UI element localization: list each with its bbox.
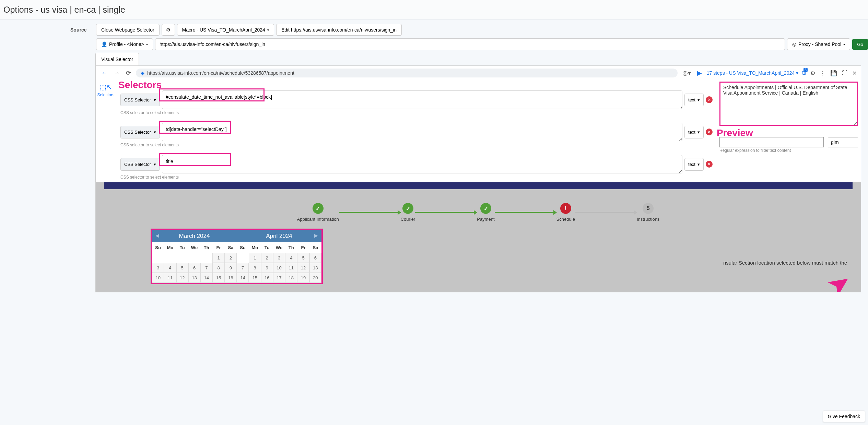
chevron-down-icon: ▾ [154, 162, 156, 167]
calendar-cell[interactable]: 1 [212, 253, 224, 263]
calendar-cell[interactable]: 12 [176, 273, 188, 283]
location-pin-icon[interactable]: ◎▾ [681, 68, 692, 78]
kebab-icon[interactable]: ⋮ [820, 70, 825, 76]
close-webpage-selector-button[interactable]: Close Webpage Selector [96, 24, 160, 36]
selector-type-dropdown[interactable]: CSS Selector ▾ [120, 126, 160, 138]
user-icon: 👤 [101, 41, 107, 47]
calendar-cell[interactable]: 5 [297, 253, 309, 263]
calendar-cell[interactable]: 14 [200, 273, 212, 283]
calendar-day-header: Su [237, 242, 249, 253]
calendar-cell[interactable]: 13 [188, 273, 200, 283]
calendar-cell[interactable]: 3 [152, 263, 164, 273]
devices-icon[interactable]: ⧉ 3 [802, 70, 806, 76]
play-icon[interactable]: ▶ [696, 68, 703, 78]
calendar-cell[interactable]: 16 [261, 273, 273, 283]
profile-dropdown[interactable]: 👤 Profile - <None> ▾ [96, 38, 153, 50]
macro-dropdown[interactable]: Macro - US Visa_TO_MarchApril_2024 ▾ [177, 24, 274, 36]
tab-visual-selector[interactable]: Visual Selector [95, 53, 139, 65]
check-icon: ✓ [402, 203, 413, 214]
calendar-cell[interactable]: 17 [273, 273, 285, 283]
selector-input-3[interactable]: title [162, 155, 682, 173]
calendar-cell[interactable]: 1 [249, 253, 261, 263]
step-courier: ✓ Courier [401, 203, 415, 222]
calendar-cell[interactable]: 15 [212, 273, 224, 283]
settings-gear-button[interactable]: ⚙ [162, 24, 175, 36]
calendar-next-icon[interactable]: ▶ [314, 233, 318, 238]
calendar-cell[interactable]: 6 [309, 253, 321, 263]
calendar-cell[interactable]: 8 [212, 263, 224, 273]
steps-dropdown[interactable]: 17 steps - US Visa_TO_MarchApril_2024 ▾ [707, 70, 798, 76]
calendar-cell[interactable]: 7 [200, 263, 212, 273]
calendar-cell[interactable]: 14 [237, 273, 249, 283]
regex-flags-input[interactable] [828, 137, 858, 147]
format-dropdown[interactable]: text ▾ [684, 126, 704, 138]
edit-url-button[interactable]: Edit https://ais.usvisa-info.com/en-ca/n… [276, 24, 402, 36]
remove-selector-button[interactable]: ✕ [706, 161, 713, 168]
calendar-cell[interactable]: 13 [309, 263, 321, 273]
calendar-cell[interactable]: 5 [176, 263, 188, 273]
selectors-tab-label[interactable]: Selectors [96, 93, 116, 97]
source-url-input[interactable] [155, 38, 785, 50]
calendar-cell[interactable]: 2 [225, 253, 237, 263]
calendar-cell[interactable]: 11 [285, 263, 297, 273]
selector-helper-1: CSS selector to select elements [120, 110, 713, 115]
back-icon[interactable]: ← [100, 68, 109, 78]
calendar-cell[interactable]: 16 [225, 273, 237, 283]
expand-icon[interactable]: ⛶ [842, 70, 847, 76]
format-dropdown[interactable]: text ▾ [684, 94, 704, 106]
annotation-selectors: Selectors [118, 80, 162, 90]
calendar-cell[interactable]: 2 [261, 253, 273, 263]
gear-icon: ⚙ [166, 27, 171, 33]
calendar-prev-icon[interactable]: ◀ [155, 233, 159, 238]
selector-type-dropdown[interactable]: CSS Selector ▾ [120, 158, 160, 171]
chevron-down-icon: ▾ [154, 97, 156, 102]
calendar-cell[interactable]: 11 [164, 273, 176, 283]
remove-selector-button[interactable]: ✕ [706, 129, 713, 135]
settings-icon[interactable]: ⚙ [810, 70, 815, 76]
forward-icon[interactable]: → [112, 68, 121, 78]
check-icon: ✓ [480, 203, 491, 214]
calendar-cell[interactable]: 10 [152, 273, 164, 283]
calendar-cell[interactable]: 7 [237, 263, 249, 273]
selector-input-1[interactable]: #consulate_date_time_not_available[style… [162, 90, 682, 109]
selector-cursor-icon[interactable]: ⬚↖ [96, 83, 116, 91]
calendar-cell [200, 253, 212, 263]
save-icon[interactable]: 💾 [830, 70, 837, 76]
calendar-cell[interactable]: 19 [297, 273, 309, 283]
selector-helper-3: CSS selector to select elements [120, 175, 713, 180]
selector-row-2: CSS Selector ▾ td[data-handler="selectDa… [120, 123, 713, 141]
calendar-cell[interactable]: 9 [261, 263, 273, 273]
chevron-down-icon: ▾ [697, 162, 700, 167]
step-connector [339, 212, 401, 213]
format-dropdown[interactable]: text ▾ [684, 158, 704, 171]
selector-input-2[interactable]: td[data-handler="selectDay"] [162, 123, 682, 141]
calendar-cell[interactable]: 12 [297, 263, 309, 273]
address-bar[interactable]: ◆ https://ais.usvisa-info.com/en-ca/niv/… [136, 69, 678, 77]
remove-selector-button[interactable]: ✕ [706, 96, 713, 103]
proxy-dropdown[interactable]: ◎ Proxy - Shared Pool ▾ [787, 38, 850, 50]
regex-input[interactable] [719, 137, 824, 147]
page-viewport[interactable]: ➤ ✓ Applicant Information ✓ Courier [96, 182, 861, 292]
calendar-cell[interactable]: 20 [309, 273, 321, 283]
calendar-cell[interactable]: 4 [164, 263, 176, 273]
selector-type-dropdown[interactable]: CSS Selector ▾ [120, 94, 160, 106]
step-payment: ✓ Payment [477, 203, 494, 222]
calendar-cell[interactable]: 3 [273, 253, 285, 263]
calendar-april: April 2024 ▶ SuMoTuWeThFrSa1234567891011… [237, 230, 321, 283]
step-schedule: ! Schedule [556, 203, 575, 222]
go-button[interactable]: Go [852, 39, 868, 50]
reload-icon[interactable]: ⟳ [125, 68, 132, 78]
calendar-cell [188, 253, 200, 263]
calendar-cell[interactable]: 6 [188, 263, 200, 273]
calendar-cell[interactable]: 10 [273, 263, 285, 273]
calendar-title: April 2024 [266, 233, 292, 239]
calendar-cell[interactable]: 18 [285, 273, 297, 283]
calendar-cell[interactable]: 15 [249, 273, 261, 283]
close-icon[interactable]: ✕ [852, 70, 857, 76]
calendar-cell[interactable]: 4 [285, 253, 297, 263]
proxy-label: Proxy - Shared Pool [798, 41, 841, 47]
calendar-cell[interactable]: 9 [225, 263, 237, 273]
step-number: 5 [643, 203, 654, 214]
calendar-cell[interactable]: 8 [249, 263, 261, 273]
preview-output[interactable]: Schedule Appointments | Official U.S. De… [719, 82, 858, 126]
